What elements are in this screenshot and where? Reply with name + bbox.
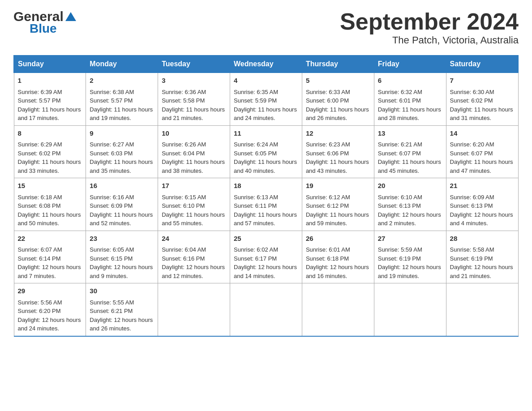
day-info: Sunrise: 6:15 AMSunset: 6:10 PMDaylight:… — [162, 193, 226, 228]
calendar-cell: 22Sunrise: 6:07 AMSunset: 6:14 PMDayligh… — [14, 231, 86, 283]
calendar-cell: 29Sunrise: 5:56 AMSunset: 6:20 PMDayligh… — [14, 283, 86, 336]
day-number: 12 — [306, 128, 370, 139]
calendar-cell: 4Sunrise: 6:35 AMSunset: 5:59 PMDaylight… — [230, 73, 302, 126]
day-info: Sunrise: 6:02 AMSunset: 6:17 PMDaylight:… — [234, 245, 298, 280]
calendar-cell: 15Sunrise: 6:18 AMSunset: 6:08 PMDayligh… — [14, 178, 86, 231]
day-info: Sunrise: 6:24 AMSunset: 6:05 PMDaylight:… — [234, 140, 298, 175]
day-number: 28 — [450, 234, 515, 244]
calendar-week-3: 15Sunrise: 6:18 AMSunset: 6:08 PMDayligh… — [14, 178, 518, 231]
calendar-title: September 2024 — [340, 9, 519, 34]
day-info: Sunrise: 6:32 AMSunset: 6:01 PMDaylight:… — [378, 88, 442, 123]
calendar-cell: 20Sunrise: 6:10 AMSunset: 6:13 PMDayligh… — [374, 178, 446, 231]
day-number: 29 — [18, 286, 82, 296]
day-number: 18 — [234, 181, 298, 191]
logo-triangle-icon — [64, 10, 77, 23]
calendar-week-1: 1Sunrise: 6:39 AMSunset: 5:57 PMDaylight… — [14, 73, 518, 126]
day-number: 2 — [90, 76, 154, 86]
day-header-saturday: Saturday — [446, 56, 518, 73]
day-info: Sunrise: 6:09 AMSunset: 6:13 PMDaylight:… — [450, 193, 515, 228]
day-number: 26 — [306, 234, 370, 244]
day-info: Sunrise: 6:27 AMSunset: 6:03 PMDaylight:… — [90, 140, 154, 175]
day-number: 23 — [90, 234, 154, 244]
day-number: 27 — [378, 234, 442, 244]
day-number: 13 — [378, 128, 442, 139]
day-info: Sunrise: 6:39 AMSunset: 5:57 PMDaylight:… — [18, 88, 82, 123]
day-number: 17 — [162, 181, 226, 191]
logo: General Blue — [13, 9, 78, 36]
calendar-cell: 6Sunrise: 6:32 AMSunset: 6:01 PMDaylight… — [374, 73, 446, 126]
day-info: Sunrise: 6:35 AMSunset: 5:59 PMDaylight:… — [234, 88, 298, 123]
calendar-cell: 10Sunrise: 6:26 AMSunset: 6:04 PMDayligh… — [158, 125, 230, 178]
day-info: Sunrise: 6:10 AMSunset: 6:13 PMDaylight:… — [378, 193, 442, 228]
calendar-cell: 19Sunrise: 6:12 AMSunset: 6:12 PMDayligh… — [302, 178, 374, 231]
calendar-cell: 12Sunrise: 6:23 AMSunset: 6:06 PMDayligh… — [302, 125, 374, 178]
calendar-cell: 1Sunrise: 6:39 AMSunset: 5:57 PMDaylight… — [14, 73, 86, 126]
day-number: 21 — [450, 181, 515, 191]
calendar-cell: 11Sunrise: 6:24 AMSunset: 6:05 PMDayligh… — [230, 125, 302, 178]
day-header-thursday: Thursday — [302, 56, 374, 73]
day-header-wednesday: Wednesday — [230, 56, 302, 73]
day-info: Sunrise: 6:29 AMSunset: 6:02 PMDaylight:… — [18, 140, 82, 175]
day-number: 24 — [162, 234, 226, 244]
calendar-cell: 17Sunrise: 6:15 AMSunset: 6:10 PMDayligh… — [158, 178, 230, 231]
day-info: Sunrise: 6:36 AMSunset: 5:58 PMDaylight:… — [162, 88, 226, 123]
day-number: 11 — [234, 128, 298, 139]
calendar-cell: 13Sunrise: 6:21 AMSunset: 6:07 PMDayligh… — [374, 125, 446, 178]
day-number: 25 — [234, 234, 298, 244]
day-number: 1 — [18, 76, 82, 86]
day-info: Sunrise: 5:55 AMSunset: 6:21 PMDaylight:… — [90, 298, 154, 333]
day-info: Sunrise: 6:33 AMSunset: 6:00 PMDaylight:… — [306, 88, 370, 123]
day-info: Sunrise: 6:21 AMSunset: 6:07 PMDaylight:… — [378, 140, 442, 175]
calendar-week-5: 29Sunrise: 5:56 AMSunset: 6:20 PMDayligh… — [14, 283, 518, 336]
day-number: 4 — [234, 76, 298, 86]
calendar-cell: 25Sunrise: 6:02 AMSunset: 6:17 PMDayligh… — [230, 231, 302, 283]
calendar-cell — [446, 283, 518, 336]
day-header-tuesday: Tuesday — [158, 56, 230, 73]
calendar-cell — [158, 283, 230, 336]
calendar-cell: 23Sunrise: 6:05 AMSunset: 6:15 PMDayligh… — [86, 231, 158, 283]
calendar-cell: 14Sunrise: 6:20 AMSunset: 6:07 PMDayligh… — [446, 125, 518, 178]
day-info: Sunrise: 6:20 AMSunset: 6:07 PMDaylight:… — [450, 140, 515, 175]
day-number: 20 — [378, 181, 442, 191]
page-header: General Blue September 2024 The Patch, V… — [13, 9, 519, 46]
day-number: 14 — [450, 128, 515, 139]
calendar-week-4: 22Sunrise: 6:07 AMSunset: 6:14 PMDayligh… — [14, 231, 518, 283]
title-block: September 2024 The Patch, Victoria, Aust… — [340, 9, 519, 46]
day-info: Sunrise: 6:04 AMSunset: 6:16 PMDaylight:… — [162, 245, 226, 280]
calendar-cell — [302, 283, 374, 336]
day-info: Sunrise: 5:58 AMSunset: 6:19 PMDaylight:… — [450, 245, 515, 280]
day-number: 6 — [378, 76, 442, 86]
day-info: Sunrise: 6:30 AMSunset: 6:02 PMDaylight:… — [450, 88, 515, 123]
day-header-friday: Friday — [374, 56, 446, 73]
calendar-cell — [374, 283, 446, 336]
calendar-cell: 9Sunrise: 6:27 AMSunset: 6:03 PMDaylight… — [86, 125, 158, 178]
day-number: 30 — [90, 286, 154, 296]
calendar-cell: 16Sunrise: 6:16 AMSunset: 6:09 PMDayligh… — [86, 178, 158, 231]
calendar-cell: 24Sunrise: 6:04 AMSunset: 6:16 PMDayligh… — [158, 231, 230, 283]
calendar-cell: 21Sunrise: 6:09 AMSunset: 6:13 PMDayligh… — [446, 178, 518, 231]
calendar-cell: 8Sunrise: 6:29 AMSunset: 6:02 PMDaylight… — [14, 125, 86, 178]
logo-blue-text: Blue — [30, 21, 57, 35]
calendar-header-row: SundayMondayTuesdayWednesdayThursdayFrid… — [14, 56, 518, 73]
calendar-week-2: 8Sunrise: 6:29 AMSunset: 6:02 PMDaylight… — [14, 125, 518, 178]
calendar-cell: 2Sunrise: 6:38 AMSunset: 5:57 PMDaylight… — [86, 73, 158, 126]
day-number: 15 — [18, 181, 82, 191]
day-info: Sunrise: 6:07 AMSunset: 6:14 PMDaylight:… — [18, 245, 82, 280]
day-header-sunday: Sunday — [14, 56, 86, 73]
calendar-cell: 18Sunrise: 6:13 AMSunset: 6:11 PMDayligh… — [230, 178, 302, 231]
day-info: Sunrise: 5:56 AMSunset: 6:20 PMDaylight:… — [18, 298, 82, 333]
day-info: Sunrise: 6:05 AMSunset: 6:15 PMDaylight:… — [90, 245, 154, 280]
day-info: Sunrise: 6:13 AMSunset: 6:11 PMDaylight:… — [234, 193, 298, 228]
day-info: Sunrise: 5:59 AMSunset: 6:19 PMDaylight:… — [378, 245, 442, 280]
calendar-table: SundayMondayTuesdayWednesdayThursdayFrid… — [13, 55, 519, 337]
calendar-cell — [230, 283, 302, 336]
day-info: Sunrise: 6:01 AMSunset: 6:18 PMDaylight:… — [306, 245, 370, 280]
calendar-cell: 28Sunrise: 5:58 AMSunset: 6:19 PMDayligh… — [446, 231, 518, 283]
day-info: Sunrise: 6:26 AMSunset: 6:04 PMDaylight:… — [162, 140, 226, 175]
calendar-cell: 30Sunrise: 5:55 AMSunset: 6:21 PMDayligh… — [86, 283, 158, 336]
day-number: 8 — [18, 128, 82, 139]
calendar-cell: 5Sunrise: 6:33 AMSunset: 6:00 PMDaylight… — [302, 73, 374, 126]
calendar-cell: 26Sunrise: 6:01 AMSunset: 6:18 PMDayligh… — [302, 231, 374, 283]
day-info: Sunrise: 6:38 AMSunset: 5:57 PMDaylight:… — [90, 88, 154, 123]
calendar-subtitle: The Patch, Victoria, Australia — [340, 34, 519, 46]
